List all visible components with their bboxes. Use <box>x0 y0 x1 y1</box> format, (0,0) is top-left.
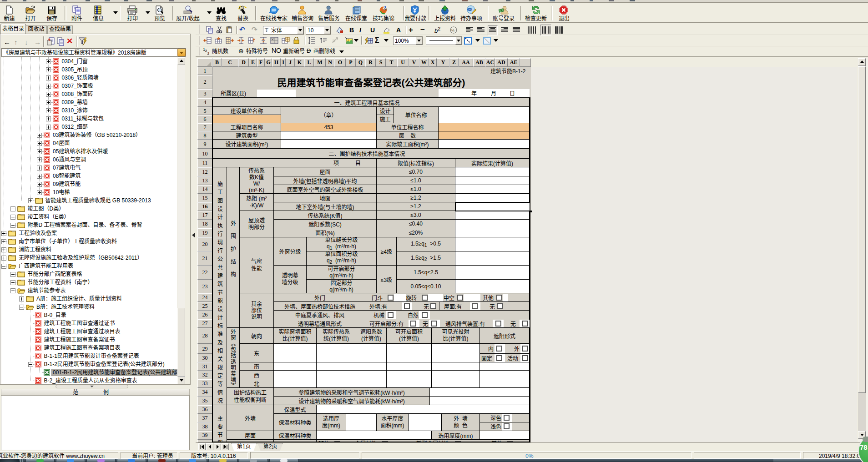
svg-text:¼: ¼ <box>451 28 454 32</box>
svg-text:DVD: DVD <box>468 8 473 11</box>
